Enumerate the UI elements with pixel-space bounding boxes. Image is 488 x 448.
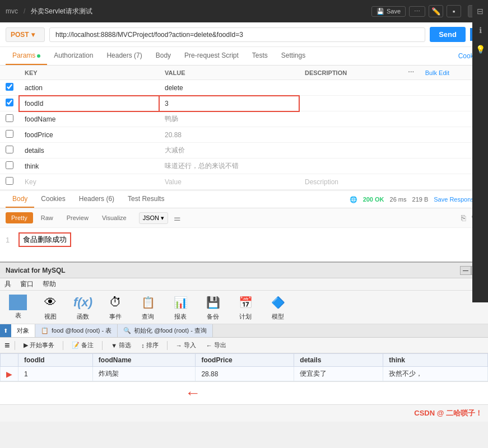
top-bar: mvc / 外卖Servlet请求测试 💾 Save ⋯ ✏️ ▪ ☰ [0, 0, 488, 22]
row6-checkbox[interactable] [6, 161, 13, 169]
resp-tab-headers[interactable]: Headers (6) [72, 191, 121, 208]
row5-checkbox[interactable] [6, 146, 13, 153]
resp-tab-body[interactable]: Body [6, 191, 34, 208]
format-preview[interactable]: Preview [61, 212, 94, 223]
row-arrow-indicator: ▶ [1, 367, 18, 381]
toolbar-schedule[interactable]: 📅 计划 [232, 291, 259, 323]
more-button[interactable]: ⋯ [409, 6, 425, 17]
request-tabs-bar: Params Authorization Headers (7) Body Pr… [0, 47, 488, 66]
row7-value[interactable]: Value [159, 174, 299, 190]
right-sidebar: ⊟ ℹ 💡 [472, 0, 488, 302]
row4-key: foodPrice [19, 127, 159, 143]
row4-checkbox[interactable] [6, 130, 13, 138]
col-desc-header: DESCRIPTION [299, 66, 402, 80]
row7-checkbox[interactable] [6, 177, 13, 185]
resp-tab-cookies[interactable]: Cookies [34, 191, 72, 208]
row3-checkbox[interactable] [6, 114, 13, 122]
filter-btn-icon: ▼ [111, 342, 117, 349]
toolbar-table-label: 表 [15, 311, 21, 320]
row2-checkbox[interactable] [6, 99, 13, 106]
filter-button[interactable]: ▼ 筛选 [108, 340, 134, 351]
row7-desc[interactable]: Description [299, 174, 402, 190]
globe-icon: 🌐 [350, 196, 357, 203]
sidebar-lightbulb-icon[interactable]: 💡 [473, 43, 487, 56]
begin-transaction-button[interactable]: ▶ 开始事务 [20, 340, 58, 351]
tab-food-table[interactable]: 📋 food @food (root) - 表 [35, 324, 118, 337]
row5-key: details [19, 143, 159, 158]
menu-tools[interactable]: 具 [4, 279, 11, 289]
send-button[interactable]: Send [430, 27, 466, 42]
toolbar-backup[interactable]: 💾 备份 [199, 291, 226, 323]
toolbar-model[interactable]: 🔷 模型 [264, 291, 291, 323]
toolbar-view[interactable]: 👁 视图 [37, 291, 64, 323]
menu-window[interactable]: 窗口 [20, 279, 34, 289]
cell-details[interactable]: 便宜卖了 [294, 367, 383, 381]
format-pretty[interactable]: Pretty [6, 212, 33, 223]
minimize-button[interactable]: — [460, 266, 471, 275]
import-icon: → [176, 342, 182, 349]
menu-help[interactable]: 帮助 [43, 279, 56, 289]
format-raw[interactable]: Raw [35, 212, 59, 223]
row2-value[interactable]: 3 [159, 96, 299, 111]
tab-query[interactable]: 🔍 初始化 @food (root) - 查询 [118, 324, 213, 337]
format-json-select[interactable]: JSON ▾ [139, 212, 168, 224]
import-button[interactable]: → 导入 [173, 340, 199, 351]
filter-icon[interactable]: ⚌ [174, 213, 181, 222]
export-button[interactable]: ← 导出 [203, 340, 230, 351]
tab-side-indicator[interactable]: ⬆ [0, 324, 11, 337]
row2-key[interactable]: foodId [19, 96, 159, 111]
comment-button[interactable]: 📝 备注 [68, 340, 97, 351]
toolbar-report[interactable]: 📊 报表 [167, 291, 194, 323]
table-row: think 味道还行，总的来说不错 [0, 158, 488, 174]
navicat-tab-strip: ⬆ 对象 📋 food @food (root) - 表 🔍 初始化 @food… [0, 324, 488, 338]
tab-params[interactable]: Params [6, 47, 47, 65]
tab-tests[interactable]: Tests [245, 47, 275, 65]
tab-object[interactable]: 对象 [11, 324, 35, 337]
col-foodname-header: foodName [92, 354, 196, 367]
edit-icon-button[interactable]: ✏️ [429, 5, 443, 17]
copy-icon-button[interactable]: ⎘ [459, 212, 467, 224]
tab-pre-request[interactable]: Pre-request Script [178, 47, 245, 65]
row7-key[interactable]: Key [19, 174, 159, 190]
format-visualize[interactable]: Visualize [96, 212, 132, 223]
table-tab-icon: 📋 [41, 327, 49, 334]
resp-tab-test-results[interactable]: Test Results [121, 191, 171, 208]
toolbar-query-label: 查询 [142, 312, 154, 321]
sort-button[interactable]: ↕ 排序 [138, 340, 162, 351]
view-icon: 👁 [41, 293, 59, 311]
sidebar-layout-icon[interactable]: ⊟ [475, 4, 486, 18]
layout-icon-button[interactable]: ▪ [447, 5, 461, 17]
row1-checkbox[interactable] [6, 83, 13, 91]
method-select[interactable]: POST ▾ [6, 27, 45, 42]
cell-foodid[interactable]: 1 [18, 367, 93, 381]
cell-think[interactable]: 孜然不少， [383, 367, 488, 381]
sidebar-info-icon[interactable]: ℹ [477, 24, 484, 37]
tab-body[interactable]: Body [149, 47, 178, 65]
row1-key: action [19, 80, 159, 96]
col-key-header: KEY [19, 66, 159, 80]
tab-authorization[interactable]: Authorization [47, 47, 100, 65]
navicat-area: Navicat for MySQL — □ 具 窗口 帮助 表 👁 [0, 262, 488, 422]
toolbar-function[interactable]: f(x) 函数 [69, 291, 96, 323]
url-input[interactable] [49, 27, 425, 42]
toolbar-query[interactable]: 📋 查询 [134, 291, 161, 323]
line-number: 1 [6, 236, 10, 244]
toolbar-table[interactable]: 表 [4, 292, 31, 322]
table-icon [9, 295, 27, 310]
tab-settings[interactable]: Settings [275, 47, 312, 65]
model-icon: 🔷 [269, 293, 287, 311]
toolbar-event[interactable]: ⏱ 事件 [102, 291, 129, 323]
tab-headers[interactable]: Headers (7) [100, 47, 148, 65]
cell-foodprice[interactable]: 28.88 [196, 367, 294, 381]
row3-desc [299, 111, 402, 127]
cell-foodname[interactable]: 炸鸡架 [92, 367, 196, 381]
row3-key: foodName [19, 111, 159, 127]
navicat-toolbar: 表 👁 视图 f(x) 函数 ⏱ 事件 📋 查询 📊 报表 [0, 291, 488, 324]
table-row: action delete [0, 80, 488, 96]
save-button[interactable]: 💾 Save [371, 6, 406, 17]
hamburger-icon[interactable]: ≡ [4, 340, 10, 351]
toolbar-function-label: 函数 [77, 312, 89, 321]
status-ok: 200 OK [363, 196, 384, 203]
toolbar-backup-label: 备份 [207, 312, 219, 321]
toolbar-report-label: 报表 [174, 312, 187, 321]
